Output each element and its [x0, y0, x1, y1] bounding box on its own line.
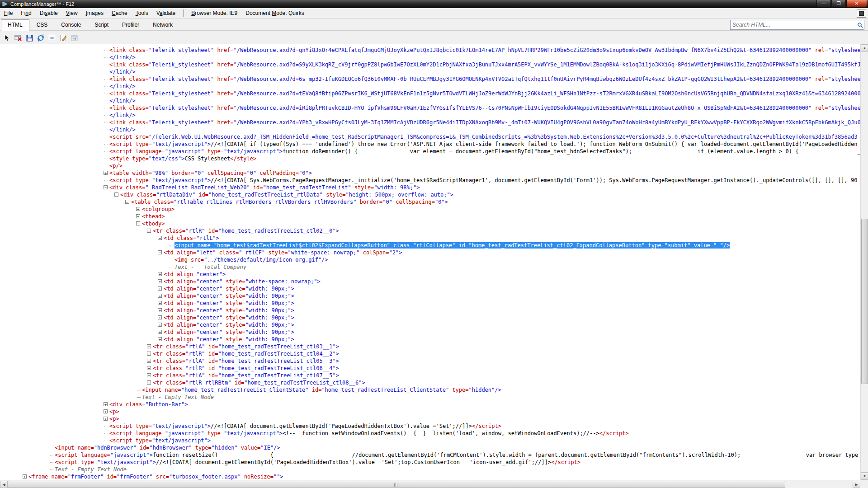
dom-tree-node[interactable]: <script src="/Telerik.Web.UI.WebResource… — [0, 133, 860, 141]
tab-css[interactable]: CSS — [30, 20, 54, 30]
menu-cache[interactable]: Cache — [108, 9, 132, 18]
dom-tree-node[interactable]: +<td align="center" style="width: 90px;"… — [0, 314, 860, 321]
minimize-button[interactable]: — — [816, 0, 831, 7]
dom-tree-node[interactable]: +<td align="center" style="white-space: … — [0, 278, 860, 285]
dom-tree-node[interactable]: <p/> — [0, 162, 860, 169]
dom-tree-node[interactable]: <input name="home_test_radTestTreeList_C… — [0, 386, 860, 394]
expand-icon[interactable]: + — [158, 294, 162, 298]
dom-tree-node[interactable]: <link class="Telerik_stylesheet" href="/… — [0, 61, 860, 68]
dom-tree-node[interactable]: +<thead> — [0, 213, 860, 220]
dom-tree-node[interactable]: +<td align="center" style="width: 90px;"… — [0, 307, 860, 314]
expand-icon[interactable]: + — [147, 352, 151, 356]
tab-console[interactable]: Console — [55, 20, 87, 30]
expand-icon[interactable]: + — [23, 474, 27, 479]
expand-icon[interactable]: + — [136, 214, 140, 218]
dom-tree-node[interactable]: +<table width="98%" border="0" cellSpaci… — [0, 169, 860, 177]
dom-tree-node[interactable]: </link/> — [0, 83, 860, 90]
save-icon[interactable] — [24, 33, 34, 43]
dom-tree-node[interactable]: </link/> — [0, 68, 860, 75]
dom-tree-node[interactable]: <link class="Telerik_stylesheet" href="/… — [0, 104, 860, 112]
expand-icon[interactable]: + — [147, 373, 151, 377]
expand-icon[interactable]: + — [104, 417, 108, 421]
dom-tree-node[interactable]: <script type="text/javascript"> — [0, 437, 860, 444]
dom-tree-node[interactable]: +<td align="center" style="width: 90px;"… — [0, 328, 860, 336]
expand-icon[interactable]: + — [158, 308, 162, 312]
dom-tree-node[interactable]: −<div class=" RadTreeList RadTreeList_We… — [0, 184, 860, 191]
expand-icon[interactable]: + — [147, 366, 151, 370]
dom-tree-node[interactable]: <style type="text/css">CSS Stylesheet</s… — [0, 155, 860, 162]
scroll-right-arrow-icon[interactable]: ▶ — [853, 481, 860, 488]
collapse-icon[interactable]: − — [104, 185, 108, 189]
view-source-icon[interactable]: <> — [47, 33, 57, 43]
menu-validate[interactable]: Validate — [152, 9, 180, 18]
tab-script[interactable]: Script — [88, 20, 115, 30]
dom-tree-node[interactable]: +<td align="center" style="width: 90px;"… — [0, 300, 860, 307]
close-button[interactable]: ✕ — [846, 0, 867, 7]
dom-tree-node[interactable]: +<tr class="rtlR" id="home_test_radTestT… — [0, 350, 860, 357]
collapse-icon[interactable]: − — [147, 229, 151, 233]
expand-icon[interactable]: + — [136, 207, 140, 211]
dom-tree-node[interactable]: </link/> — [0, 112, 860, 119]
cursor-select-icon[interactable] — [2, 33, 12, 43]
expand-icon[interactable]: + — [158, 315, 162, 319]
dom-tree-node[interactable]: </link/> — [0, 97, 860, 104]
pin-devtools-button[interactable] — [857, 9, 866, 18]
dom-tree-node[interactable]: +<tr class="rtlR" id="home_test_radTestT… — [0, 365, 860, 372]
dom-tree-node[interactable]: <link class="Telerik_stylesheet" href="/… — [0, 47, 860, 54]
dom-tree-node[interactable]: −<tbody> — [0, 220, 860, 227]
dom-tree-node[interactable]: <script type="text/javascript">//<![CDAT… — [0, 459, 860, 466]
dom-tree-node[interactable]: −<table class="rtlTable rtlLines rtlHBor… — [0, 198, 860, 206]
dom-tree-node[interactable]: <script language="javascript">function r… — [0, 451, 860, 459]
dom-tree-node[interactable]: +<td align="center" style="width: 90px;"… — [0, 292, 860, 300]
menu-images[interactable]: Images — [82, 9, 108, 18]
dom-tree-node[interactable]: Text - Empty Text Node — [0, 466, 860, 473]
expand-icon[interactable]: + — [147, 344, 151, 348]
dom-tree-node[interactable]: <img src="../themes/default/img/icon-org… — [0, 256, 860, 263]
refresh-icon[interactable] — [36, 33, 46, 43]
expand-icon[interactable]: + — [158, 337, 162, 341]
expand-icon[interactable]: + — [158, 323, 162, 327]
tab-network[interactable]: Network — [146, 20, 179, 30]
menu-browser-mode[interactable]: Browser Mode: IE9 — [187, 9, 241, 18]
expand-icon[interactable]: + — [104, 409, 108, 413]
collapse-icon[interactable]: − — [158, 250, 162, 254]
restore-button[interactable]: ❐ — [831, 0, 846, 7]
dom-tree-node[interactable]: </link/> — [0, 126, 860, 133]
expand-icon[interactable]: + — [104, 171, 108, 175]
scroll-down-arrow-icon[interactable]: ▼ — [861, 472, 868, 480]
dom-tree-node-selected[interactable]: <input name="home_test$radTestTreeList$c… — [0, 242, 860, 249]
expand-icon[interactable]: + — [147, 380, 151, 385]
dom-tree-node[interactable]: <link class="Telerik_stylesheet" href="/… — [0, 90, 860, 97]
scroll-up-arrow-icon[interactable]: ▲ — [861, 44, 868, 52]
expand-icon[interactable]: + — [158, 301, 162, 305]
dom-tree-node[interactable]: +<colgroup> — [0, 206, 860, 213]
tab-profiler[interactable]: Profiler — [116, 20, 146, 30]
dom-tree-node[interactable]: <input name="hdnBrowswer" id="hdnBrowswe… — [0, 444, 860, 451]
dom-tree-node[interactable]: Text - Empty Text Node — [0, 394, 860, 401]
dom-tree-node[interactable]: </link/> — [0, 54, 860, 61]
dom-tree-node[interactable]: +<tr class="rtlA" id="home_test_radTestT… — [0, 357, 860, 365]
expand-icon[interactable]: + — [104, 402, 108, 406]
dom-tree-node[interactable]: +<td align="center" style="width: 90px;"… — [0, 336, 860, 343]
dom-tree-node[interactable]: −<div class="rtlDataDiv" id="home_test_r… — [0, 191, 860, 198]
dom-tree-node[interactable]: +<div class="Button-Bar"> — [0, 401, 860, 408]
edit-markup-icon[interactable] — [58, 33, 68, 43]
tab-html[interactable]: HTML — [1, 19, 29, 31]
dom-tree-node[interactable]: <script language="javascript" type="text… — [0, 430, 860, 437]
collapse-icon[interactable]: − — [114, 192, 118, 197]
collapse-icon[interactable]: − — [158, 236, 162, 240]
expand-icon[interactable]: + — [158, 272, 162, 276]
dom-tree-node[interactable]: <link class="Telerik_stylesheet" href="/… — [0, 75, 860, 83]
horizontal-scroll-thumb[interactable] — [8, 481, 785, 488]
menu-find[interactable]: Find — [17, 9, 35, 18]
dom-tree-node[interactable]: +<p> — [0, 415, 860, 422]
dom-tree-node[interactable]: −<td align="left" class=" rtlCF" style="… — [0, 249, 860, 256]
dom-tree-node[interactable]: <link class="Telerik_stylesheet" href="/… — [0, 119, 860, 126]
search-input[interactable] — [731, 22, 856, 28]
vertical-scroll-thumb[interactable] — [861, 219, 868, 384]
dom-tree-node[interactable]: +<td align="center" style="width: 90px;"… — [0, 285, 860, 292]
expand-icon[interactable]: + — [147, 359, 151, 363]
scroll-left-arrow-icon[interactable]: ◀ — [0, 481, 8, 488]
expand-icon[interactable]: + — [158, 286, 162, 291]
menu-file[interactable]: File — [0, 9, 17, 18]
